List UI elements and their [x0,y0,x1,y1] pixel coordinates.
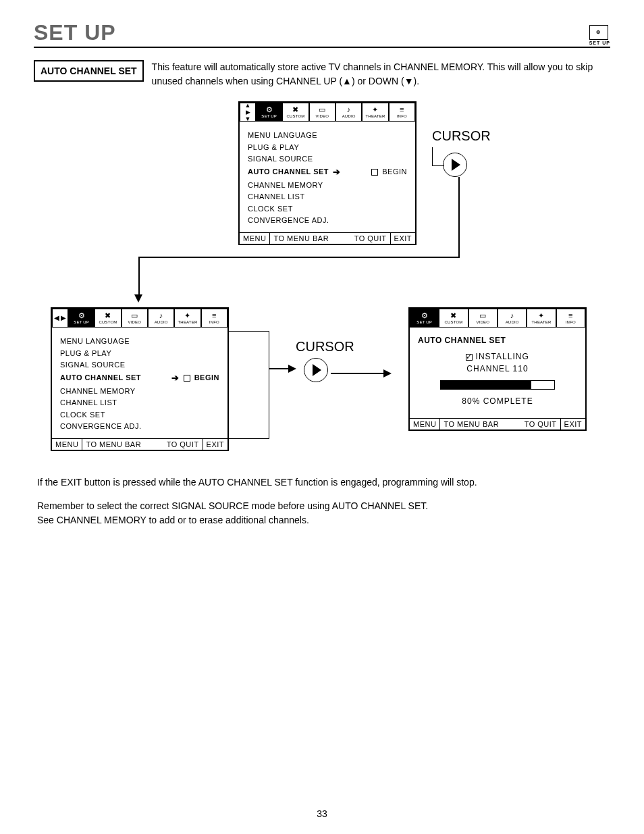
tab-theater: ✦THEATER [362,103,388,122]
page-number: 33 [0,808,644,819]
menu-item: CLOCK SET [248,203,407,215]
menu-item: CHANNEL MEMORY [60,386,219,398]
osd-panel-3: ⚙SET UP ✖CUSTOM ▭VIDEO ♪AUDIO ✦THEATER ≡… [408,307,587,431]
tab-setup: ⚙SET UP [256,103,282,122]
osd-footer: MENU TO MENU BAR TO QUIT EXIT [52,438,227,450]
osd-footer: MENU TO MENU BAR TO QUIT EXIT [240,232,415,244]
menu-list: MENU LANGUAGE PLUG & PLAY SIGNAL SOURCE … [248,130,407,227]
tab-theater: ✦THEATER [527,309,556,328]
footnote-2: Remember to select the correct SIGNAL SO… [37,499,604,513]
checkbox-icon [184,375,190,382]
arrow-right-icon: ➔ [333,165,341,180]
menu-item: CONVERGENCE ADJ. [60,421,219,433]
arrow-right-icon [288,365,296,373]
tab-audio: ♪AUDIO [498,309,527,328]
menu-item: SIGNAL SOURCE [248,153,407,165]
cursor-label: CURSOR [296,339,354,355]
menu-item: CHANNEL LIST [60,397,219,409]
tab-setup: ⚙SET UP [410,309,439,328]
tab-video: ▭VIDEO [122,309,148,328]
cursor-right-icon [304,358,328,382]
cursor-right-icon [443,153,467,177]
page-title: SET UP ⚙ SET UP [34,20,610,48]
tab-custom: ✖CUSTOM [95,309,121,328]
footnote-3: See CHANNEL MEMORY to add or to erase ad… [37,513,604,527]
menu-item: CLOCK SET [60,409,219,421]
cursor-label: CURSOR [432,128,491,144]
tab-info: ≡INFO [201,309,227,328]
menu-item: CONVERGENCE ADJ. [248,215,407,227]
install-line1: INSTALLING [427,352,568,361]
tab-bar: ◀ ▶ ⚙SET UP ✖CUSTOM ▭VIDEO ♪AUDIO ✦THEAT… [52,309,227,328]
tab-audio: ♪AUDIO [336,103,362,122]
install-title: AUTO CHANNEL SET [418,336,577,345]
menu-item: CHANNEL MEMORY [248,180,407,192]
intro-row: AUTO CHANNEL SET This feature will autom… [34,60,610,88]
flow-line [138,257,140,294]
menu-item-selected: AUTO CHANNEL SET ➔ BEGIN [60,371,219,386]
nav-arrows-vertical-icon: ▲▶▼ [240,103,256,122]
menu-item: MENU LANGUAGE [248,130,407,142]
flow-line [269,368,290,369]
menu-item: MENU LANGUAGE [60,336,219,348]
osd-footer: MENU TO MENU BAR TO QUIT EXIT [410,418,585,429]
tab-setup: ⚙SET UP [68,309,95,328]
arrow-right-icon [383,369,392,377]
tab-video: ▭VIDEO [309,103,336,122]
title-text: SET UP [34,20,116,45]
flow-line [138,257,460,258]
feature-label-box: AUTO CHANNEL SET [34,60,144,82]
setup-icon: ⚙ SET UP [589,25,610,45]
install-complete: 80% COMPLETE [427,396,568,406]
tab-audio: ♪AUDIO [148,309,174,328]
menu-item: SIGNAL SOURCE [60,359,219,371]
progress-bar [440,380,555,390]
checkbox-checked-icon [466,354,473,361]
arrow-right-icon: ➔ [171,371,180,386]
flow-line [331,373,385,374]
tab-info: ≡INFO [556,309,585,328]
tab-custom: ✖CUSTOM [282,103,308,122]
tab-custom: ✖CUSTOM [439,309,468,328]
checkbox-icon [371,169,378,176]
tab-theater: ✦THEATER [174,309,200,328]
tab-video: ▭VIDEO [468,309,498,328]
menu-list: MENU LANGUAGE PLUG & PLAY SIGNAL SOURCE … [60,336,219,433]
tab-bar: ▲▶▼ ⚙SET UP ✖CUSTOM ▭VIDEO ♪AUDIO ✦THEAT… [240,103,415,122]
menu-item: PLUG & PLAY [248,142,407,154]
install-line2: CHANNEL 110 [427,364,568,373]
bracket-icon [229,331,269,439]
flow-line [458,177,460,258]
arrow-down-icon [134,294,142,303]
footnote-1: If the EXIT button is pressed while the … [37,475,604,490]
intro-text: This feature will automatically store ac… [152,60,610,88]
menu-item: PLUG & PLAY [60,348,219,360]
osd-panel-2: ◀ ▶ ⚙SET UP ✖CUSTOM ▭VIDEO ♪AUDIO ✦THEAT… [51,307,229,451]
nav-arrows-horizontal-icon: ◀ ▶ [52,309,68,328]
menu-item-selected: AUTO CHANNEL SET ➔ BEGIN [248,165,407,180]
tab-info: ≡INFO [389,103,415,122]
menu-item: CHANNEL LIST [248,191,407,203]
tab-bar: ⚙SET UP ✖CUSTOM ▭VIDEO ♪AUDIO ✦THEATER ≡… [410,309,585,328]
footnotes: If the EXIT button is pressed while the … [37,466,604,537]
osd-panel-1: ▲▶▼ ⚙SET UP ✖CUSTOM ▭VIDEO ♪AUDIO ✦THEAT… [238,101,417,245]
